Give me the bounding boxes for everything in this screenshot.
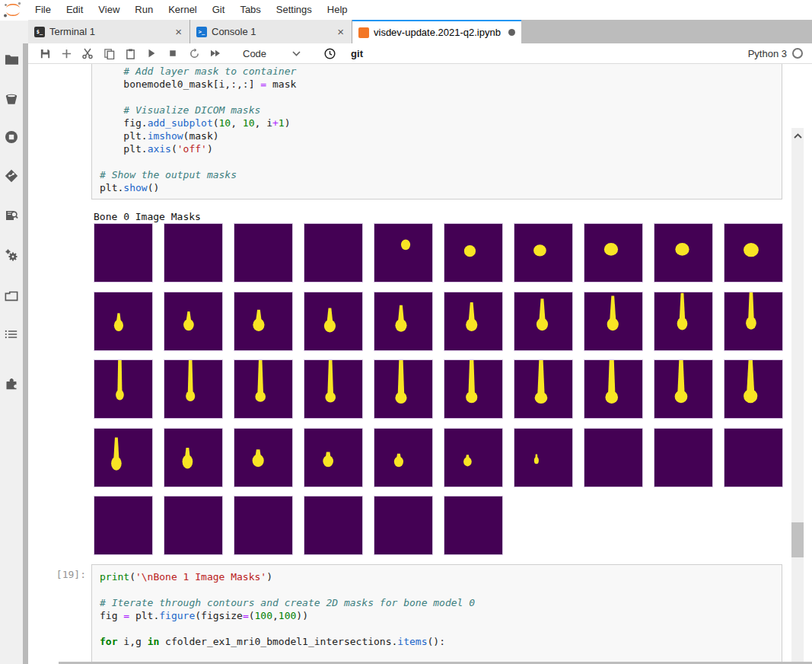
stop-icon	[168, 49, 177, 58]
git-toolbar-label[interactable]: git	[351, 48, 363, 59]
paste-button[interactable]	[119, 44, 141, 62]
run-all-button[interactable]	[205, 44, 226, 62]
mask-image-r5-c4	[304, 496, 362, 554]
copy-button[interactable]	[98, 44, 119, 62]
stdout-text: Bone 0 Image Masks	[94, 211, 201, 222]
menu-run[interactable]: Run	[127, 0, 161, 20]
jupyter-logo-icon	[3, 2, 23, 18]
running-kernels-icon	[5, 130, 18, 144]
code-line: # Iterate through contours and create 2D…	[100, 596, 782, 609]
menu-settings[interactable]: Settings	[269, 0, 320, 20]
scroll-up-button[interactable]	[791, 129, 804, 142]
close-icon[interactable]: ×	[174, 25, 183, 38]
sidebar-running-kernels-button[interactable]	[4, 129, 19, 145]
code-line: fig.add_subplot(10, 10, i+1)	[100, 117, 782, 129]
mask-image-r2-c4	[304, 292, 362, 350]
workspace-icon	[5, 290, 18, 302]
tab-console-1[interactable]: >_Console 1×	[190, 20, 352, 43]
save-button[interactable]	[34, 44, 56, 62]
code-line: # Add layer mask to container	[100, 65, 782, 78]
scrollbar-thumb[interactable]	[791, 522, 804, 557]
sidebar-services-button[interactable]	[4, 247, 19, 263]
menu-tabs[interactable]: Tabs	[232, 0, 268, 20]
sidebar-bucket-button[interactable]	[4, 91, 19, 107]
mask-image-r1-c5	[374, 224, 432, 282]
menu-kernel[interactable]: Kernel	[161, 0, 205, 20]
mask-image-r5-c6	[444, 496, 502, 554]
sidebar-gap	[23, 21, 28, 43]
save-icon	[40, 48, 51, 59]
menu-edit[interactable]: Edit	[59, 0, 91, 20]
toolbar-buttons	[34, 44, 226, 62]
close-icon[interactable]: ×	[336, 25, 345, 38]
notebook-toolbar: Code git Python 3	[28, 43, 812, 64]
mask-image-r1-c3	[234, 224, 292, 282]
sidebar-workspace-button[interactable]	[4, 288, 19, 303]
cell-type-dropdown[interactable]: Code	[238, 46, 305, 61]
mask-image-r2-c7	[514, 292, 572, 350]
mask-image-r2-c3	[234, 292, 292, 350]
run-button[interactable]	[141, 44, 162, 62]
code-line: bonemodel0_mask[i,:,:] = mask	[100, 78, 782, 91]
sidebar-git-versions-button[interactable]	[4, 168, 19, 184]
sidebar-table-of-contents-button[interactable]	[4, 327, 19, 342]
mask-image-r1-c9	[654, 224, 712, 282]
mask-image-r4-c3	[234, 429, 292, 487]
stop-button[interactable]	[162, 44, 183, 62]
sidebar-notebook-inspector-button[interactable]	[4, 208, 19, 223]
code-line: plt.show()	[100, 181, 782, 194]
menu-items: FileEditViewRunKernelGitTabsSettingsHelp	[23, 0, 355, 20]
mask-image-r4-c2	[164, 429, 222, 487]
tab-terminal-1[interactable]: $_Terminal 1×	[28, 20, 190, 43]
mask-image-r4-c4	[304, 429, 362, 487]
mask-image-r1-c2	[164, 224, 222, 282]
mask-image-r4-c5	[374, 429, 432, 487]
mask-image-r1-c10	[724, 224, 782, 282]
dock-tab-bar: $_Terminal 1×>_Console 1×visdev-update.2…	[28, 20, 812, 43]
run-all-icon	[209, 49, 221, 58]
history-clock-button[interactable]	[319, 44, 340, 62]
menu-view[interactable]: View	[91, 0, 127, 20]
code-line: for i,g in cfolder_ex1_mri0_bmodel1_inte…	[100, 635, 782, 648]
notebook-icon	[358, 27, 369, 38]
cut-button[interactable]	[77, 44, 98, 62]
code-line: # Show the output masks	[100, 168, 782, 181]
add-cell-button[interactable]	[56, 44, 77, 62]
mask-image-r3-c6	[444, 360, 502, 418]
menu-git[interactable]: Git	[205, 0, 233, 20]
kernel-indicator[interactable]: Python 3	[748, 48, 812, 59]
vertical-scrollbar[interactable]	[791, 128, 804, 664]
restart-icon	[189, 48, 200, 59]
tab-label: Terminal 1	[49, 26, 169, 37]
mask-image-r5-c5	[374, 496, 432, 554]
mask-image-r2-c1	[94, 292, 152, 350]
mask-image-r3-c3	[234, 360, 292, 418]
notebook-panel: # Add layer mask to container bonemodel0…	[28, 64, 812, 664]
code-cell-input[interactable]: # Add layer mask to container bonemodel0…	[91, 64, 782, 200]
notebook-inspector-icon	[5, 209, 18, 222]
mask-image-r3-c10	[724, 360, 782, 418]
mask-image-r3-c5	[374, 360, 432, 418]
mask-image-r4-c1	[94, 429, 152, 487]
sidebar-file-browser-button[interactable]	[4, 52, 19, 67]
add-cell-icon	[61, 48, 72, 59]
tab-visdev-update-2021-q2-ipynb[interactable]: visdev-update.2021-q2.ipynb	[352, 20, 521, 43]
cut-icon	[81, 47, 94, 59]
mask-image-r1-c4	[304, 224, 362, 282]
mask-image-r3-c2	[164, 360, 222, 418]
kernel-status-icon	[792, 48, 803, 59]
tab-label: Console 1	[212, 26, 331, 37]
mask-image-r4-c10	[724, 429, 782, 487]
menu-file[interactable]: File	[27, 0, 59, 20]
mask-image-r2-c10	[724, 292, 782, 350]
sidebar-extensions-button[interactable]	[4, 375, 19, 391]
clock-icon	[324, 48, 336, 59]
restart-button[interactable]	[183, 44, 205, 62]
bucket-icon	[5, 93, 18, 106]
sidebar-divider	[23, 43, 28, 664]
mask-image-r3-c1	[94, 360, 152, 418]
menu-help[interactable]: Help	[320, 0, 355, 20]
code-line	[100, 155, 782, 168]
file-browser-icon	[5, 53, 19, 65]
code-cell-19-input[interactable]: print('\nBone 1 Image Masks') # Iterate …	[91, 564, 782, 664]
